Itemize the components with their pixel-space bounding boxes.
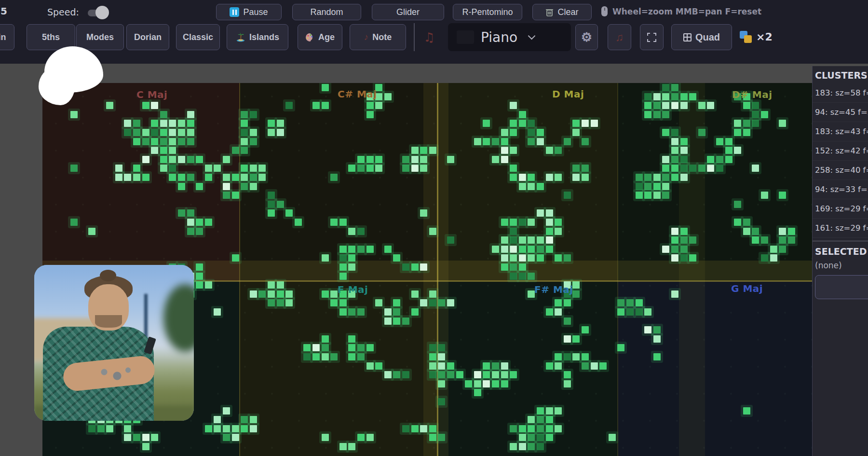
life-cell: [519, 425, 526, 432]
islands-button[interactable]: Islands: [227, 24, 288, 50]
life-cell: [555, 308, 562, 316]
life-cell: [671, 102, 678, 109]
life-cell: [725, 156, 732, 163]
life-cell: [662, 84, 669, 91]
quad-button[interactable]: Quad: [671, 24, 732, 50]
life-cell: [178, 129, 185, 136]
life-cell: [492, 362, 499, 370]
cluster-item[interactable]: 183: sz=58 f=: [813, 83, 868, 103]
settings-button[interactable]: ⚙: [575, 24, 598, 50]
life-cell: [357, 308, 365, 316]
cluster-item[interactable]: 169: sz=29 f=: [813, 199, 868, 219]
dorian-button[interactable]: Dorian: [126, 24, 169, 50]
theater-masks-icon: [740, 31, 752, 43]
life-cell: [268, 120, 275, 127]
life-cell: [106, 425, 113, 432]
life-cell: [519, 236, 526, 244]
life-cell: [456, 371, 463, 378]
life-cell: [250, 129, 257, 136]
life-cell: [537, 434, 544, 441]
life-cell: [384, 246, 392, 253]
life-cell: [357, 228, 365, 235]
life-cell: [223, 156, 230, 163]
life-cell: [519, 434, 526, 441]
life-cell: [339, 308, 347, 316]
min-button[interactable]: Min: [0, 24, 14, 50]
life-cell: [258, 290, 266, 298]
life-cell: [241, 111, 248, 118]
life-cell: [268, 209, 275, 217]
life-cell: [671, 156, 678, 163]
life-cell: [483, 138, 490, 145]
glider-button[interactable]: Glider: [372, 4, 444, 20]
cluster-item[interactable]: 161: sz=29 f=: [813, 219, 868, 238]
life-cell: [133, 165, 140, 172]
life-cell: [698, 102, 705, 109]
life-cell: [788, 228, 795, 235]
pause-button[interactable]: Pause: [216, 4, 282, 20]
life-cell: [671, 254, 678, 262]
life-cell: [644, 93, 651, 100]
note-button[interactable]: ♪ Note: [350, 24, 406, 50]
cluster-item[interactable]: 94: sz=33 f=5: [813, 180, 868, 199]
speed-slider-knob[interactable]: [95, 6, 109, 19]
life-cell: [752, 120, 759, 127]
life-cell: [698, 165, 705, 172]
note-label: Note: [372, 32, 392, 42]
life-cell: [429, 425, 436, 432]
life-cell: [438, 344, 445, 351]
life-cell: [142, 129, 149, 136]
life-cell: [429, 353, 436, 360]
life-cell: [241, 416, 248, 423]
clear-button[interactable]: Clear: [532, 4, 592, 20]
life-cell: [617, 344, 624, 351]
cluster-item[interactable]: 183: sz=43 f=: [813, 122, 868, 141]
life-cell: [734, 129, 741, 136]
life-cell: [519, 120, 526, 127]
life-cell: [716, 165, 723, 172]
life-cell: [537, 254, 544, 262]
life-cell: [519, 219, 526, 226]
random-button[interactable]: Random: [292, 4, 361, 20]
life-cell: [564, 353, 571, 360]
classic-button[interactable]: Classic: [176, 24, 220, 50]
life-cell: [474, 371, 481, 378]
fullscreen-button[interactable]: [640, 24, 664, 50]
life-cell: [653, 111, 661, 118]
life-cell: [232, 425, 239, 432]
life-cell: [250, 138, 257, 145]
cluster-item[interactable]: 258: sz=40 f=: [813, 161, 868, 180]
cluster-item[interactable]: 94: sz=45 f=5: [813, 103, 868, 122]
life-cell: [250, 174, 257, 181]
life-cell: [528, 434, 535, 441]
life-cell: [555, 353, 562, 360]
chevron-down-icon: [528, 32, 536, 40]
modes-button[interactable]: Modes: [76, 24, 124, 50]
instrument-select[interactable]: Piano: [448, 23, 571, 51]
life-cell: [546, 147, 553, 154]
life-cell: [223, 407, 230, 415]
life-cell: [510, 371, 517, 378]
life-cell: [411, 147, 419, 154]
life-cell: [438, 371, 445, 378]
life-cell: [546, 362, 553, 370]
r-pentomino-button[interactable]: R-Pentomino: [453, 4, 522, 20]
life-cell: [492, 380, 499, 387]
age-button[interactable]: Age: [298, 24, 342, 50]
cluster-item[interactable]: 152: sz=42 f=: [813, 141, 868, 161]
life-cell: [636, 174, 643, 181]
life-cell: [366, 362, 374, 370]
pause-icon: [230, 7, 239, 17]
life-cell: [348, 228, 355, 235]
life-cell: [662, 102, 669, 109]
sound-button[interactable]: ♫: [608, 24, 631, 50]
life-cell: [142, 443, 149, 450]
fifths-label: 5ths: [42, 32, 60, 42]
life-cell: [743, 120, 750, 127]
life-cell: [528, 219, 535, 226]
speed-label: Speed:: [47, 7, 79, 17]
dorian-label: Dorian: [134, 32, 162, 42]
life-cell: [555, 228, 562, 235]
life-cell: [250, 416, 257, 423]
life-cell: [501, 219, 508, 226]
